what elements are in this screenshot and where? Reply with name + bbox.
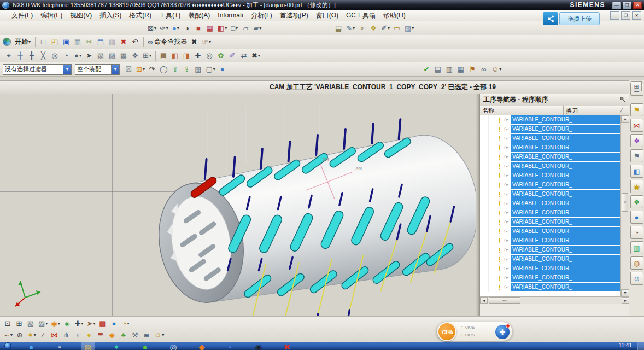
reuse-library-icon[interactable]: ▦ [630, 241, 643, 254]
menu-file[interactable]: 文件(F) [8, 10, 37, 21]
task-check-icon[interactable]: ✔ [421, 63, 432, 75]
operation-row[interactable]: ! ☞ VARIABLE_CONTOUR_ [480, 162, 621, 171]
sphere-display-icon[interactable]: ● [217, 63, 229, 75]
menu-view[interactable]: 视图(V) [66, 10, 96, 21]
geometry-view-icon[interactable]: ❖ [630, 134, 643, 147]
speed-monitor-widget[interactable]: 73% ↑0K/S ↓0K/S ✚ [436, 322, 513, 341]
vertical-scrollbar[interactable]: ▲ ≡ ▼ [620, 115, 629, 296]
select-mode-icon[interactable]: ⊡ [2, 318, 14, 329]
yellow-ball-icon[interactable]: ● [84, 329, 95, 341]
cut-icon[interactable]: ✂ [84, 36, 95, 48]
flag-check-icon[interactable]: ⚑ [467, 63, 478, 75]
information-window-icon[interactable]: ▤ [333, 22, 344, 34]
operation-row[interactable]: ! ☞ VARIABLE_CONTOUR_ [480, 143, 621, 153]
menu-tools[interactable]: 工具(T) [155, 10, 184, 21]
menu-preferences[interactable]: 首选项(P) [276, 10, 312, 21]
taskbar-app-rings[interactable]: ◎ [166, 342, 180, 350]
window-restore-button[interactable]: ❐ [623, 2, 631, 9]
iso-view-icon[interactable]: ◧ ▾ [216, 22, 229, 34]
pick-cursor-icon[interactable]: ➤ ▾ [85, 318, 97, 329]
operation-row[interactable]: ! ☞ VARIABLE_CONTOUR_ [480, 134, 621, 143]
paste-icon[interactable]: ▥ [107, 36, 118, 48]
background-icon[interactable]: □ ▾ [229, 22, 240, 34]
start-menu-button[interactable]: 开始▾ [13, 36, 33, 48]
select-assembly-icon[interactable]: ⊞ ▾ [141, 50, 153, 61]
operation-row[interactable]: ! ☞ VARIABLE_CONTOUR_ [480, 171, 621, 180]
vertical-scroll-thumb[interactable]: ≡ [622, 193, 628, 212]
delete-icon[interactable]: ✖ [118, 36, 130, 48]
horizontal-scrollbar[interactable]: ◄ ▪▪▪ ► [480, 296, 629, 304]
rect-select-icon[interactable]: ⊞ [14, 318, 25, 329]
top-view-icon[interactable]: ▦ [204, 22, 216, 34]
taskbar-app-media[interactable]: ▪ [52, 342, 67, 350]
spray-icon[interactable]: ✐ [227, 50, 238, 61]
operation-row[interactable]: ! ☞ VARIABLE_CONTOUR_ [480, 190, 621, 199]
user-check-icon[interactable]: ☺ ▾ [490, 63, 503, 75]
hd3d-tool-icon[interactable]: ◍ [630, 256, 643, 270]
menu-insert[interactable]: 插入(S) [96, 10, 125, 21]
internet-browser-icon[interactable]: ● [630, 211, 643, 224]
gray-blob-icon[interactable]: ◖ [72, 329, 84, 341]
doc-close-button[interactable]: ✕ [632, 11, 641, 20]
method-view-icon[interactable]: ⚑ [630, 149, 643, 162]
operation-row[interactable]: ! ☞ VARIABLE_CONTOUR_ [480, 153, 621, 162]
operation-row[interactable]: ! ☞ VARIABLE_CONTOUR_ [480, 199, 621, 208]
window-close-button[interactable]: ✕ [633, 2, 642, 9]
bolt-tool-icon[interactable]: ❖ [368, 22, 379, 34]
menu-analysis[interactable]: 分析(L) [247, 10, 276, 21]
menu-help[interactable]: 帮助(H) [379, 10, 409, 21]
copy-list-icon[interactable]: ▤ [432, 63, 444, 75]
start-orb-button[interactable] [4, 342, 11, 349]
constraint-navigator-icon[interactable]: ◉ [630, 180, 643, 193]
simulate-machine-icon[interactable]: ● [109, 318, 120, 329]
show-desktop-button[interactable] [637, 342, 644, 350]
operation-row[interactable]: ! ☞ VARIABLE_CONTOUR_ [480, 283, 621, 292]
operation-row[interactable]: ! ☞ VARIABLE_CONTOUR_ [480, 125, 621, 134]
taskbar-app-dark[interactable]: ◉ [251, 342, 266, 350]
command-finder-button[interactable]: ∞ 命令查找器 [146, 36, 189, 48]
operation-row[interactable]: ! ☞ VARIABLE_CONTOUR_ [480, 255, 621, 264]
verify-toolpath-icon[interactable]: ◈ [62, 318, 73, 329]
memory-usage-ball[interactable]: 73% [437, 322, 456, 341]
save-as-icon[interactable]: ▦ [72, 36, 84, 48]
delete-snap-icon[interactable]: ✖ ▾ [250, 50, 262, 61]
create-geometry-icon[interactable]: ✚ ▾ [73, 318, 85, 329]
operation-row[interactable]: ! ☞ VARIABLE_CONTOUR_ [480, 264, 621, 273]
scroll-right-button[interactable]: ► [622, 297, 629, 304]
promote-all-icon[interactable]: ⇪ [181, 63, 192, 75]
diamond-nav-icon[interactable]: ◆ [107, 329, 118, 341]
menu-format[interactable]: 格式(R) [125, 10, 155, 21]
doc-restore-button[interactable]: ❐ [621, 11, 630, 20]
select-edge-icon[interactable]: ▨ [107, 50, 118, 61]
snap-midpoint-icon[interactable]: ╂ [26, 50, 38, 61]
undo-icon[interactable]: ↶ [130, 36, 141, 48]
edit-list-icon[interactable]: ▥ [444, 63, 455, 75]
user-setup-icon[interactable]: ☺ ▾ [153, 329, 166, 341]
taskbar-app-blue[interactable]: ▪ [223, 342, 237, 350]
taskbar-app-nx[interactable]: ✦ [109, 342, 124, 350]
orient-view-icon[interactable]: ✑ ▾ [158, 22, 170, 34]
fit-view-icon[interactable]: ⊠ ▾ [146, 22, 158, 34]
scroll-up-button[interactable]: ▲ [621, 115, 629, 122]
leaf-tool-icon[interactable]: ♣ [118, 329, 130, 341]
assembly-navigator-icon[interactable]: ◧ [630, 165, 643, 178]
touch-mode-icon[interactable]: ☞ ▾ [200, 36, 213, 48]
ruler-tool-icon[interactable]: ▭ [391, 22, 403, 34]
render-style-icon[interactable]: ◑ [182, 22, 193, 34]
clear-search-icon[interactable]: ✖ [189, 36, 200, 48]
image-tool-icon[interactable]: ▨ ▾ [403, 22, 415, 34]
split-window-icon[interactable]: ▰ ▾ [251, 22, 263, 34]
column-tool-change[interactable]: 换刀 [564, 106, 621, 115]
machine-tool-view-icon[interactable]: ⋈ [630, 119, 643, 132]
sketch-tool-icon[interactable]: ✎ ▾ [344, 22, 356, 34]
find-glasses-icon[interactable]: ∞ [478, 63, 490, 75]
open-file-icon[interactable]: ◰ [49, 36, 61, 48]
observe-icon[interactable]: ◎ [204, 50, 215, 61]
angle-tool-icon[interactable]: ⋔ [61, 329, 72, 341]
roles-icon[interactable]: ☺ [630, 272, 643, 285]
no-selection-icon[interactable]: ☒ [123, 63, 134, 75]
selection-filter-dropdown[interactable]: 没有选择过滤器 ▼ [3, 64, 72, 75]
operation-row[interactable]: ! ☞ VARIABLE_CONTOUR_ [480, 236, 621, 246]
spark-tool-icon[interactable]: ✶ ▾ [26, 329, 38, 341]
operation-row[interactable]: ! ☞ VARIABLE_CONTOUR_ [480, 273, 621, 283]
